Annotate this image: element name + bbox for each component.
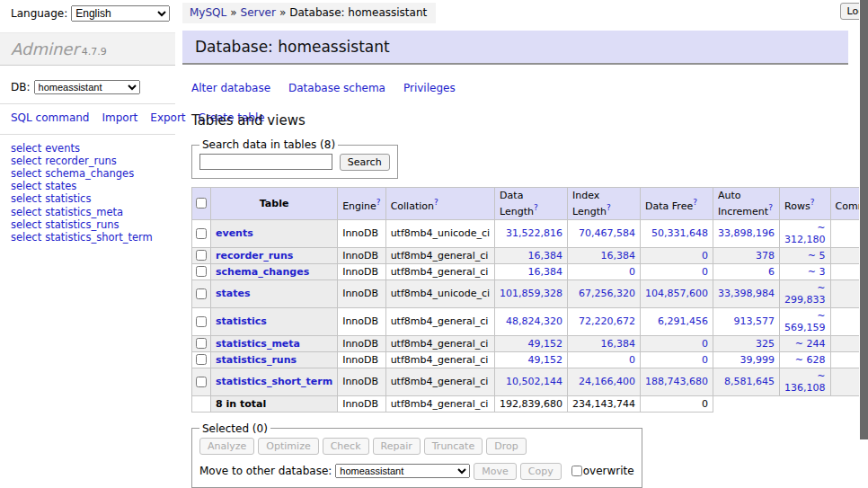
help-link-icon[interactable]: ? xyxy=(534,203,538,212)
selected-fieldset: Selected (0) AnalyzeOptimizeCheckRepairT… xyxy=(191,422,642,488)
row-checkbox[interactable] xyxy=(196,288,207,299)
data-free-total-cell: 0 xyxy=(641,395,713,412)
table-name-cell: recorder_runs xyxy=(211,247,338,263)
table-link-statistics-runs[interactable]: statistics_runs xyxy=(45,218,119,231)
rows-count-link[interactable]: ~ 244 xyxy=(795,338,826,350)
overwrite-checkbox[interactable] xyxy=(571,466,582,476)
table-link[interactable]: events xyxy=(216,227,253,239)
copy-button[interactable]: Copy xyxy=(520,463,562,480)
select-link[interactable]: select xyxy=(11,142,41,155)
table-row: statistics_meta InnoDB utf8mb4_general_c… xyxy=(192,335,868,351)
drop-button[interactable]: Drop xyxy=(486,438,526,455)
rows-count-link[interactable]: ~ 628 xyxy=(795,354,826,366)
select-link[interactable]: select xyxy=(11,206,41,218)
row-checkbox[interactable] xyxy=(196,266,207,277)
check-button[interactable]: Check xyxy=(323,438,369,455)
alter-database-link[interactable]: Alter database xyxy=(191,82,270,94)
table-link[interactable]: statistics_short_term xyxy=(216,376,332,387)
table-link[interactable]: statistics_meta xyxy=(216,338,300,350)
rows-count-link[interactable]: ~ 299,833 xyxy=(784,282,826,306)
move-database-select[interactable]: homeassistant xyxy=(335,464,470,478)
rows-count-link[interactable]: ~ 312,180 xyxy=(784,222,826,245)
table-link-states[interactable]: states xyxy=(45,180,76,192)
engine-cell: InnoDB xyxy=(338,395,385,412)
select-link[interactable]: select xyxy=(11,155,41,167)
table-link[interactable]: statistics xyxy=(216,315,267,327)
help-link-icon[interactable]: ? xyxy=(768,203,773,212)
table-link[interactable]: schema_changes xyxy=(216,266,309,278)
rows-count-link[interactable]: ~ 5 xyxy=(808,250,826,262)
repair-button[interactable]: Repair xyxy=(373,438,421,455)
row-checkbox[interactable] xyxy=(196,316,207,327)
analyze-button[interactable]: Analyze xyxy=(199,438,254,455)
data-length-cell: 16,384 xyxy=(495,263,568,279)
row-checkbox[interactable] xyxy=(196,338,207,349)
help-link-icon[interactable]: ? xyxy=(376,198,381,207)
collation-cell: utf8mb4_general_ci xyxy=(385,263,494,279)
index-length-cell: 70,467,584 xyxy=(568,219,641,247)
title-bar: Database: homeassistant xyxy=(182,31,848,65)
rows-count-link[interactable]: ~ 569,159 xyxy=(784,310,826,333)
scrollbar-thumb[interactable] xyxy=(860,0,868,439)
table-link-recorder-runs[interactable]: recorder_runs xyxy=(45,155,117,167)
index-length-cell: 72,220,672 xyxy=(568,307,641,335)
table-row: statistics_runs InnoDB utf8mb4_general_c… xyxy=(192,351,868,368)
table-name-cell: statistics xyxy=(211,307,338,335)
language-label: Language: xyxy=(11,7,67,20)
db-label: DB: xyxy=(11,81,31,93)
table-link-schema-changes[interactable]: schema_changes xyxy=(45,167,134,180)
privileges-link[interactable]: Privileges xyxy=(403,82,456,94)
optimize-button[interactable]: Optimize xyxy=(258,438,318,455)
move-button[interactable]: Move xyxy=(474,463,517,480)
help-link-icon[interactable]: ? xyxy=(434,198,438,207)
search-legend: Search data in tables (8) xyxy=(199,138,338,151)
row-checkbox[interactable] xyxy=(196,228,207,239)
select-link[interactable]: select xyxy=(11,231,41,244)
table-link[interactable]: recorder_runs xyxy=(216,250,293,262)
table-link[interactable]: states xyxy=(216,288,251,299)
table-link-statistics-meta[interactable]: statistics_meta xyxy=(45,206,123,218)
table-link-statistics-short-term[interactable]: statistics_short_term xyxy=(45,231,153,244)
engine-cell: InnoDB xyxy=(338,335,385,351)
help-link-icon[interactable]: ? xyxy=(693,198,697,207)
sidebar-sql-command-link[interactable]: SQL command xyxy=(11,111,89,124)
language-select[interactable]: English xyxy=(71,5,170,22)
truncate-button[interactable]: Truncate xyxy=(424,438,483,455)
move-row: Move to other database:homeassistantMove… xyxy=(199,463,634,480)
database-links: Alter databaseDatabase schemaPrivileges xyxy=(191,82,868,94)
engine-cell: InnoDB xyxy=(338,368,385,395)
table-link[interactable]: statistics_runs xyxy=(216,354,297,366)
rows-count-link[interactable]: ~ 136,108 xyxy=(784,370,826,394)
breadcrumb-current: Database: homeassistant xyxy=(289,6,427,19)
table-link-events[interactable]: events xyxy=(45,142,80,155)
breadcrumb-server-link[interactable]: Server xyxy=(241,6,276,19)
row-checkbox[interactable] xyxy=(196,377,207,387)
sidebar-table-list: selectevents selectrecorder_runs selects… xyxy=(11,143,175,244)
search-button[interactable]: Search xyxy=(340,154,390,171)
breadcrumb-mysql-link[interactable]: MySQL xyxy=(190,6,226,19)
table-row: events InnoDB utf8mb4_unicode_ci 31,522,… xyxy=(192,219,868,247)
db-select[interactable]: homeassistant xyxy=(34,80,140,94)
select-link[interactable]: select xyxy=(11,180,41,192)
engine-cell: InnoDB xyxy=(338,279,385,307)
select-link[interactable]: select xyxy=(11,218,41,231)
select-link[interactable]: select xyxy=(11,167,41,180)
rows-count-cell: ~ 628 xyxy=(780,351,830,368)
help-link-icon[interactable]: ? xyxy=(810,198,815,207)
database-schema-link[interactable]: Database schema xyxy=(288,82,385,94)
help-link-icon[interactable]: ? xyxy=(607,203,611,212)
sidebar-item-statistics: selectstatistics xyxy=(11,193,175,205)
adminer-app: Language:English Adminer4.7.9 DB:homeass… xyxy=(0,0,859,488)
overwrite-option: overwrite xyxy=(571,465,634,477)
rows-count-link[interactable]: ~ 3 xyxy=(808,266,826,278)
select-link[interactable]: select xyxy=(11,192,41,205)
row-checkbox[interactable] xyxy=(196,250,207,261)
row-checkbox[interactable] xyxy=(196,354,207,365)
table-link-statistics[interactable]: statistics xyxy=(45,192,91,205)
sidebar-import-link[interactable]: Import xyxy=(102,111,137,124)
rows-count-cell: ~ 569,159 xyxy=(780,307,830,335)
select-all-checkbox[interactable] xyxy=(196,198,207,209)
vertical-scrollbar[interactable] xyxy=(859,0,868,488)
search-input[interactable] xyxy=(199,154,332,170)
engine-cell: InnoDB xyxy=(338,219,385,247)
